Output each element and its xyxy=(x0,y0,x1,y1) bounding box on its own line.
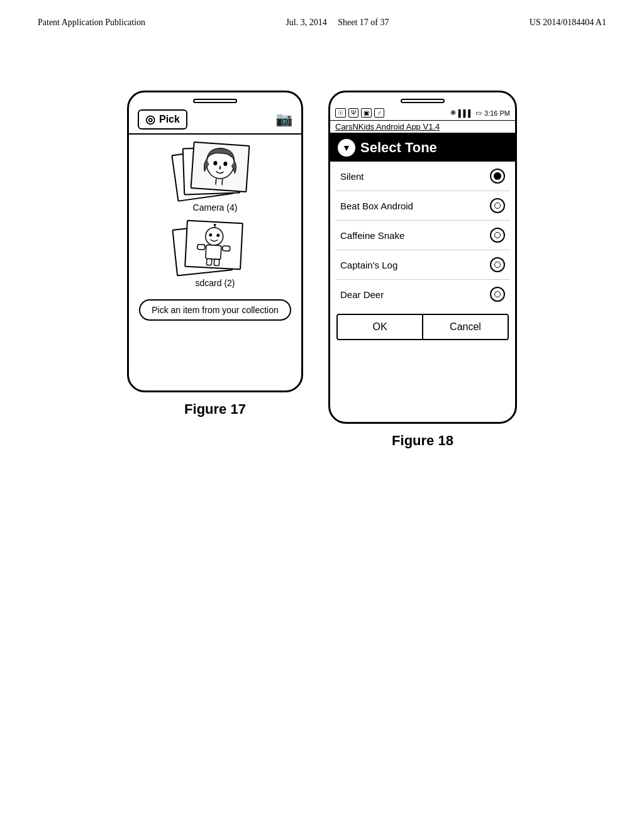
status-bar-18: ☉ Ψ ▣ ♂ ❋ ▌▌▌ ▭ 3:16 PM xyxy=(330,107,515,121)
tone-name-beatbox: Beat Box Android xyxy=(340,201,413,211)
tone-item-captains[interactable]: Captain's Log xyxy=(335,250,510,280)
page-header: Patent Application Publication Jul. 3, 2… xyxy=(0,0,644,28)
speaker-bar-17 xyxy=(193,99,237,103)
photo-card-front xyxy=(190,141,250,192)
svg-point-14 xyxy=(214,223,216,225)
svg-rect-12 xyxy=(214,259,219,265)
figure-17-caption: Figure 17 xyxy=(184,401,246,418)
status-icon-2: Ψ xyxy=(348,108,358,118)
dialog-buttons: OK Cancel xyxy=(336,314,509,340)
radio-caffeine xyxy=(490,228,505,243)
sdcard-front xyxy=(184,220,243,270)
tone-name-captains: Captain's Log xyxy=(340,260,397,270)
radio-ring-inner-captains xyxy=(494,262,501,268)
tone-item-caffeine[interactable]: Caffeine Snake xyxy=(335,221,510,250)
pick-button-label: Pick xyxy=(159,114,180,125)
photos-area: Camera (4) xyxy=(129,135,301,324)
status-left-icons: ☉ Ψ ▣ ♂ xyxy=(335,108,384,118)
radio-beatbox xyxy=(490,198,505,213)
speaker-bar-18 xyxy=(401,99,445,103)
phone-18: ☉ Ψ ▣ ♂ ❋ ▌▌▌ ▭ 3:16 PM CarsNKids Androi… xyxy=(328,91,517,424)
figure-18-wrap: ☉ Ψ ▣ ♂ ❋ ▌▌▌ ▭ 3:16 PM CarsNKids Androi… xyxy=(328,91,517,449)
status-icon-3: ▣ xyxy=(361,108,372,118)
figure-17-wrap: ◎ Pick 📷 xyxy=(127,91,303,418)
tone-item-silent[interactable]: Silent xyxy=(335,162,510,191)
tone-name-deardeer: Dear Deer xyxy=(340,289,384,300)
bluetooth-icon: ❋ xyxy=(450,109,456,117)
tone-item-beatbox[interactable]: Beat Box Android xyxy=(335,191,510,221)
radio-filled-dot xyxy=(494,172,501,180)
svg-rect-8 xyxy=(206,245,221,259)
camera-label: Camera (4) xyxy=(193,202,238,213)
svg-line-4 xyxy=(222,179,223,185)
camera-icon: 📷 xyxy=(275,111,292,128)
tone-list: Silent Beat Box Android Caffeine Snake xyxy=(330,162,515,309)
app-title: CarsNKids Android App V1.4 xyxy=(335,122,440,131)
status-right: ❋ ▌▌▌ ▭ 3:16 PM xyxy=(450,109,510,117)
phone-17: ◎ Pick 📷 xyxy=(127,91,303,392)
radio-deardeer xyxy=(490,287,505,302)
figure-18-caption: Figure 18 xyxy=(392,433,453,449)
header-left: Patent Application Publication xyxy=(38,18,145,28)
radio-ring-inner-deardeer xyxy=(494,291,501,297)
radio-ring-inner-caffeine xyxy=(494,232,501,238)
figures-container: ◎ Pick 📷 xyxy=(0,28,644,449)
header-right: US 2014/0184404 A1 xyxy=(530,18,606,28)
status-icon-1: ☉ xyxy=(335,108,346,118)
select-tone-label: Select Tone xyxy=(360,140,437,156)
svg-rect-9 xyxy=(197,244,205,250)
signal-icon: ▌▌▌ xyxy=(458,109,473,117)
sheet-info: Sheet 17 of 37 xyxy=(338,18,389,27)
radio-ring-inner-beatbox xyxy=(494,202,501,209)
tone-name-caffeine: Caffeine Snake xyxy=(340,230,404,241)
pick-item-button[interactable]: Pick an item from your collection xyxy=(139,299,291,321)
top-bar-17: ◎ Pick 📷 xyxy=(129,107,301,135)
camera-photo-stack[interactable] xyxy=(174,143,256,200)
status-time: 3:16 PM xyxy=(484,109,510,117)
svg-point-5 xyxy=(205,227,223,245)
tone-item-deardeer[interactable]: Dear Deer xyxy=(335,280,510,309)
sdcard-label: sdcard (2) xyxy=(195,278,235,288)
svg-rect-11 xyxy=(206,258,212,265)
sdcard-stack-wrap: sdcard (2) xyxy=(174,219,256,288)
chevron-down-icon: ▼ xyxy=(338,139,355,157)
svg-line-3 xyxy=(216,178,216,184)
status-icon-4: ♂ xyxy=(374,108,384,118)
radio-captains xyxy=(490,257,505,272)
app-title-bar: CarsNKids Android App V1.4 xyxy=(330,121,515,134)
sdcard-photo-stack[interactable] xyxy=(174,219,256,275)
tone-name-silent: Silent xyxy=(340,171,364,182)
ok-button[interactable]: OK xyxy=(338,315,423,339)
radio-silent xyxy=(490,169,505,184)
pick-button[interactable]: ◎ Pick xyxy=(138,109,187,130)
svg-rect-10 xyxy=(223,245,230,251)
camera-stack-wrap: Camera (4) xyxy=(174,143,256,213)
header-center: Jul. 3, 2014 Sheet 17 of 37 xyxy=(286,18,389,28)
target-icon: ◎ xyxy=(145,113,155,126)
battery-icon: ▭ xyxy=(475,109,482,117)
cancel-button[interactable]: Cancel xyxy=(423,315,508,339)
select-tone-header: ▼ Select Tone xyxy=(330,134,515,162)
